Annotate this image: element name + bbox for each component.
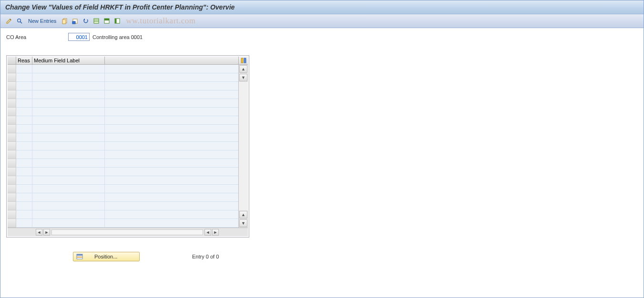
co-area-input[interactable] [68,33,90,41]
hscroll-track[interactable] [51,229,203,235]
cell-reas[interactable] [16,150,32,159]
cell-medium[interactable] [32,150,105,159]
row-selector[interactable] [8,168,16,176]
cell-rest [105,73,238,82]
cell-medium[interactable] [32,108,105,116]
scroll-down-small-icon[interactable]: ▼ [239,74,247,81]
cell-medium[interactable] [32,168,105,176]
cell-medium[interactable] [32,210,105,219]
deselect-all-icon[interactable] [112,16,122,26]
row-selector[interactable] [8,202,16,210]
hscroll-right-icon[interactable]: ◄ [204,229,211,236]
cell-medium[interactable] [32,133,105,142]
scroll-up-small-icon[interactable]: ▲ [239,211,247,219]
row-selector[interactable] [8,90,16,99]
cell-reas[interactable] [16,202,32,210]
row-selector[interactable] [8,176,16,185]
hscroll-right2-icon[interactable]: ► [212,229,219,236]
cell-medium[interactable] [32,176,105,185]
scroll-up-icon[interactable]: ▲ [239,65,247,73]
cell-rest [105,168,238,176]
cell-medium[interactable] [32,159,105,168]
column-header-medium[interactable]: Medium Field Label [32,57,105,64]
hscroll-left-icon[interactable]: ◄ [36,229,42,236]
cell-reas[interactable] [16,210,32,219]
svg-rect-10 [104,19,109,20]
svg-rect-3 [62,20,66,24]
cell-rest [105,202,238,210]
row-selector[interactable] [8,65,16,73]
scroll-down-icon[interactable]: ▼ [239,219,247,227]
cell-medium[interactable] [32,185,105,193]
row-selector[interactable] [8,73,16,82]
position-button-label: Position... [94,254,117,259]
find-icon[interactable] [15,16,24,26]
cell-reas[interactable] [16,82,32,90]
page-title-text: Change View "Values of Field HRKFT in Pr… [5,3,235,11]
cell-medium[interactable] [32,125,105,133]
cell-reas[interactable] [16,219,32,228]
select-all-header[interactable] [8,57,16,64]
cell-rest [105,210,238,219]
row-selector[interactable] [8,116,16,125]
cell-reas[interactable] [16,133,32,142]
cell-reas[interactable] [16,65,32,73]
copy-icon[interactable] [60,16,70,26]
delete-icon[interactable] [71,16,80,26]
undo-icon[interactable] [81,16,91,26]
cell-medium[interactable] [32,82,105,90]
cell-rest [105,219,238,228]
row-selector[interactable] [8,99,16,108]
select-all-icon[interactable] [92,16,101,26]
cell-medium[interactable] [32,219,105,228]
row-selector[interactable] [8,142,16,150]
cell-reas[interactable] [16,142,32,150]
cell-medium[interactable] [32,116,105,125]
cell-medium[interactable] [32,202,105,210]
cell-medium[interactable] [32,193,105,202]
row-selector[interactable] [8,159,16,168]
cell-reas[interactable] [16,73,32,82]
cell-reas[interactable] [16,99,32,108]
cell-reas[interactable] [16,125,32,133]
cell-medium[interactable] [32,99,105,108]
table-row [8,202,238,210]
column-header-rest [105,57,238,64]
row-selector[interactable] [8,125,16,133]
position-button[interactable]: Position... [73,252,140,261]
row-selector[interactable] [8,150,16,159]
cell-reas[interactable] [16,159,32,168]
cell-medium[interactable] [32,73,105,82]
cell-medium[interactable] [32,90,105,99]
select-block-icon[interactable] [102,16,112,26]
cell-rest [105,116,238,125]
row-selector[interactable] [8,185,16,193]
cell-rest [105,82,238,90]
table-row [8,193,238,202]
vertical-scrollbar[interactable]: ▲ ▼ ▲ ▼ [238,65,248,228]
horizontal-scrollbar[interactable]: ◄ ► ◄ ► [8,228,248,236]
cell-reas[interactable] [16,108,32,116]
hscroll-left2-icon[interactable]: ► [43,229,50,236]
cell-reas[interactable] [16,176,32,185]
column-header-reas[interactable]: Reas [16,57,32,64]
cell-medium[interactable] [32,65,105,73]
row-selector[interactable] [8,219,16,228]
cell-reas[interactable] [16,185,32,193]
change-icon[interactable] [4,16,14,26]
cell-rest [105,159,238,168]
cell-reas[interactable] [16,168,32,176]
new-entries-button[interactable]: New Entries [25,18,59,24]
row-selector[interactable] [8,210,16,219]
row-selector[interactable] [8,82,16,90]
cell-medium[interactable] [32,142,105,150]
cell-reas[interactable] [16,193,32,202]
row-selector[interactable] [8,133,16,142]
table-configure-icon[interactable] [238,57,248,64]
scroll-track[interactable] [239,82,248,210]
row-selector[interactable] [8,108,16,116]
row-selector[interactable] [8,193,16,202]
table-row [8,176,238,185]
cell-reas[interactable] [16,116,32,125]
cell-reas[interactable] [16,90,32,99]
